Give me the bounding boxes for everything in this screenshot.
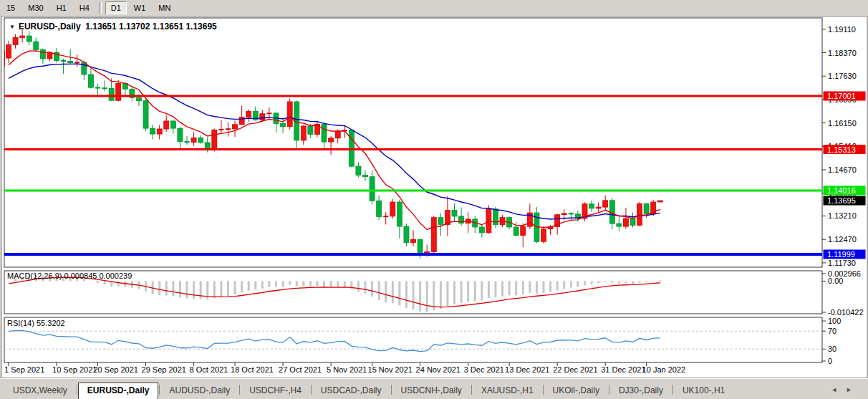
tab-audusd-daily[interactable]: AUDUSD-,Daily [160, 383, 238, 399]
macd-indicator-label: MACD(12,26,9) 0.000845 0.000239 [7, 271, 132, 280]
chart-tabs-bar: USDX,WeeklyEURUSD-,DailyAUDUSD-,DailyUSD… [0, 378, 868, 399]
price-axis-label: 1.18370 [828, 49, 857, 57]
price-badge-label: 1.11999 [827, 250, 855, 259]
mt4-window: 15M30H1H4D1W1MN 1.191101.183701.176301.1… [0, 0, 868, 399]
tab-separator [543, 385, 544, 395]
rsi-axis-label: 100 [828, 317, 841, 325]
timeframe-toolbar: 15M30H1H4D1W1MN [0, 0, 868, 16]
chart-tabs: USDX,WeeklyEURUSD-,DailyAUDUSD-,DailyUSD… [4, 382, 733, 399]
timeframe-button-mn[interactable]: MN [153, 1, 176, 14]
price-badge-label: 1.14016 [827, 186, 856, 195]
chart-marker-icon: ▼ [9, 24, 15, 30]
tab-dj30-daily[interactable]: DJ30-,Daily [610, 383, 672, 399]
tab-usdx-weekly[interactable]: USDX,Weekly [4, 383, 76, 399]
price-axis-label: 1.17630 [828, 72, 857, 80]
rsi-name: RSI(14) [7, 319, 34, 327]
price-axis-label: 1.12470 [828, 235, 857, 244]
date-axis-label: 29 Sep 2021 [142, 365, 186, 374]
tab-separator [77, 385, 77, 395]
price-badge-label: 1.17001 [827, 92, 856, 100]
date-axis-label: 18 Oct 2021 [231, 365, 274, 374]
tab-separator [609, 385, 609, 395]
tab-separator [159, 385, 160, 395]
tab-separator [391, 385, 392, 395]
date-axis-label: 10 Sep 2021 [52, 365, 97, 374]
timeframe-button-h4[interactable]: H4 [74, 1, 95, 14]
tab-usdchf-h4[interactable]: USDCHF-,H4 [241, 383, 310, 399]
tab-separator [239, 385, 240, 395]
tab-xauusd-h1[interactable]: XAUUSD-,H1 [473, 383, 542, 399]
price-axis-label: 1.11730 [828, 259, 856, 267]
macd-axis-label: 0.00 [828, 277, 843, 285]
rsi-indicator-label: RSI(14) 55.3202 [7, 319, 65, 327]
tabs-scroll-arrows: ◄► [831, 386, 861, 393]
price-axis-label: 1.19110 [828, 25, 856, 34]
macd-values: 0.000845 0.000239 [64, 271, 132, 280]
date-axis-label: 24 Nov 2021 [416, 365, 460, 374]
tabs-scroll-right-button[interactable]: ► [846, 386, 861, 393]
tab-usdcad-daily[interactable]: USDCAD-,Daily [312, 383, 390, 399]
tab-separator [311, 385, 312, 395]
date-axis-label: 8 Oct 2021 [190, 365, 228, 374]
chart-window: 1.191101.183701.176301.168901.161501.154… [0, 16, 868, 379]
chart-canvas[interactable]: 1.191101.183701.176301.168901.161501.154… [0, 16, 868, 379]
tab-separator [672, 385, 673, 395]
date-axis-label: 13 Dec 2021 [505, 365, 549, 374]
price-axis-label: 1.16150 [828, 119, 857, 128]
date-axis-label: 20 Sep 2021 [94, 365, 138, 374]
date-axis-label: 22 Dec 2021 [553, 365, 597, 374]
date-axis-label: 1 Sep 2021 [4, 365, 44, 374]
rsi-axis-label: 0 [828, 357, 832, 365]
price-axis-label: 1.14670 [828, 165, 857, 174]
price-badge-label: 1.15313 [827, 145, 856, 154]
tab-ukoil-daily[interactable]: UKOil-,Daily [544, 383, 608, 399]
chart-title-symbol: EURUSD-,Daily [19, 21, 81, 32]
macd-name: MACD(12,26,9) [7, 271, 62, 280]
macd-axis-label: -0.010422 [828, 308, 864, 317]
date-axis-label: 27 Oct 2021 [279, 365, 322, 374]
tab-separator [471, 385, 472, 395]
chart-title-quote: 1.13651 1.13702 1.13651 1.13695 [85, 21, 217, 32]
tab-usdcnh-daily[interactable]: USDCNH-,Daily [392, 383, 471, 399]
price-badge-label: 1.13695 [827, 196, 856, 205]
date-axis-label: 15 Nov 2021 [368, 365, 413, 374]
date-axis-label: 31 Dec 2021 [601, 365, 645, 374]
toolbar-separator [99, 2, 102, 14]
rsi-axis-label: 70 [828, 327, 836, 335]
timeframe-button-15[interactable]: 15 [1, 1, 21, 14]
price-axis-label: 1.13210 [828, 211, 857, 220]
rsi-value: 55.3202 [37, 319, 65, 327]
tabs-scroll-left-button[interactable]: ◄ [831, 386, 846, 393]
tab-eurusd-daily[interactable]: EURUSD-,Daily [78, 383, 159, 399]
tab-uk100-h1[interactable]: UK100-,H1 [674, 383, 733, 399]
date-axis-label: 5 Nov 2021 [327, 365, 367, 374]
timeframe-button-w1[interactable]: W1 [128, 1, 152, 14]
timeframe-button-d1[interactable]: D1 [105, 1, 127, 14]
chart-title: ▼EURUSD-,Daily 1.13651 1.13702 1.13651 1… [9, 21, 217, 32]
timeframe-button-h1[interactable]: H1 [51, 1, 72, 14]
timeframe-button-m30[interactable]: M30 [22, 1, 49, 14]
date-axis-label: 10 Jan 2022 [642, 365, 686, 374]
rsi-axis-label: 30 [828, 345, 836, 353]
date-axis-label: 3 Dec 2021 [464, 365, 504, 374]
